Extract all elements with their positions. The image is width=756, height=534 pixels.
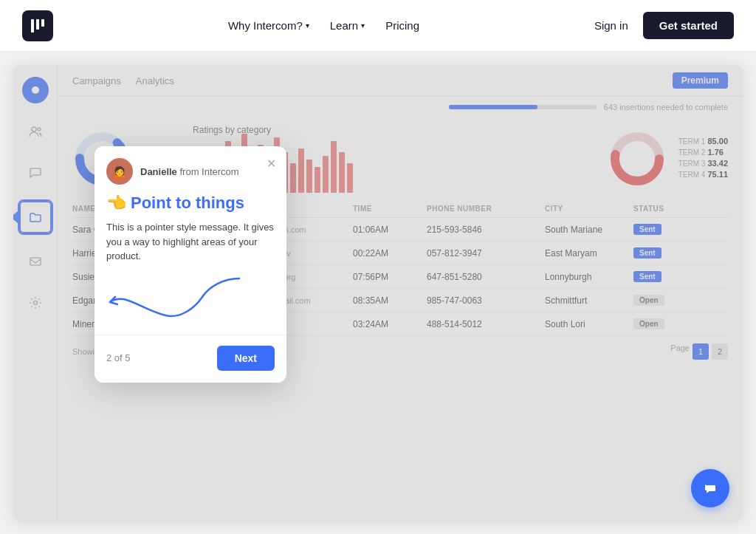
popup-footer: 2 of 5 Next bbox=[94, 335, 286, 383]
popup-from: Danielle from Intercom bbox=[140, 166, 239, 177]
arrow-graphic bbox=[106, 264, 275, 323]
svg-rect-1 bbox=[36, 19, 39, 30]
arrow-svg bbox=[106, 271, 276, 326]
signin-button[interactable]: Sign in bbox=[594, 19, 628, 32]
popup-text: This is a pointer style message. It give… bbox=[106, 220, 275, 264]
popup-counter: 2 of 5 bbox=[106, 352, 131, 363]
chevron-down-icon: ▾ bbox=[361, 21, 365, 30]
nav-links: Why Intercom? ▾ Learn ▾ Pricing bbox=[228, 19, 419, 32]
navbar: Why Intercom? ▾ Learn ▾ Pricing Sign in … bbox=[0, 0, 756, 52]
svg-rect-0 bbox=[31, 19, 34, 32]
main-area: Campaigns Analytics Premium 643 insertio… bbox=[0, 52, 756, 534]
popup-body: 👈Point to things This is a pointer style… bbox=[94, 194, 286, 335]
avatar: 🙍 bbox=[106, 158, 133, 185]
svg-rect-2 bbox=[41, 19, 44, 27]
popup-header: 🙍 Danielle from Intercom ✕ bbox=[94, 146, 286, 194]
navbar-actions: Sign in Get started bbox=[594, 12, 734, 39]
chevron-down-icon: ▾ bbox=[306, 21, 309, 30]
nav-learn[interactable]: Learn ▾ bbox=[330, 19, 365, 32]
chat-bubble-button[interactable] bbox=[691, 469, 729, 507]
next-button[interactable]: Next bbox=[217, 346, 275, 371]
close-icon[interactable]: ✕ bbox=[267, 157, 276, 171]
nav-pricing[interactable]: Pricing bbox=[385, 19, 419, 32]
pointing-emoji: 👈 bbox=[106, 194, 126, 212]
chat-icon bbox=[701, 479, 720, 498]
logo[interactable] bbox=[22, 10, 53, 41]
tooltip-popup: 🙍 Danielle from Intercom ✕ 👈Point to thi… bbox=[94, 146, 286, 383]
get-started-button[interactable]: Get started bbox=[643, 12, 734, 39]
popup-title: 👈Point to things bbox=[106, 194, 275, 213]
app-window: Campaigns Analytics Premium 643 insertio… bbox=[13, 65, 743, 521]
nav-why-intercom[interactable]: Why Intercom? ▾ bbox=[228, 19, 309, 32]
